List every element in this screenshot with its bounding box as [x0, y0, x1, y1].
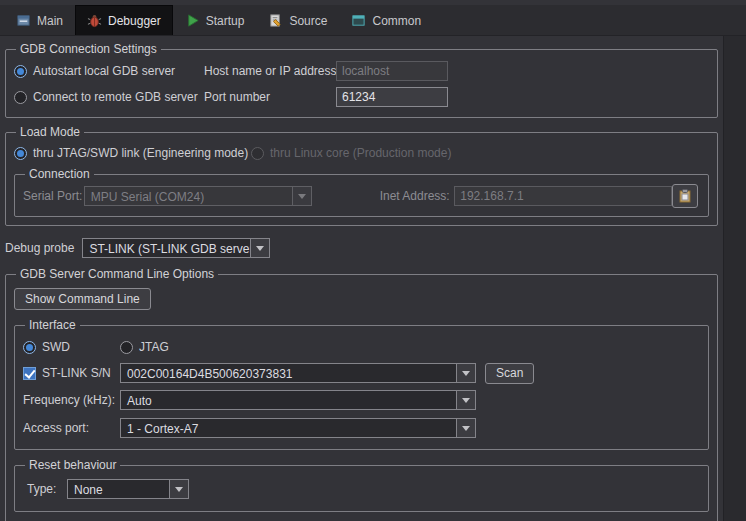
radio-connect-remote-gdb-server[interactable]: Connect to remote GDB server — [14, 90, 204, 104]
main-icon — [16, 13, 31, 28]
radio-label: thru Linux core (Production mode) — [270, 146, 451, 160]
common-icon — [351, 13, 366, 28]
port-number-input[interactable] — [336, 87, 448, 107]
debug-probe-value: ST-LINK (ST-LINK GDB server) — [83, 239, 250, 257]
host-name-label: Host name or IP address — [204, 64, 336, 78]
checkbox-label: ST-LINK S/N — [42, 366, 111, 380]
inet-address-input — [454, 186, 672, 206]
frequency-label: Frequency (kHz): — [23, 393, 120, 407]
radio-icon — [14, 65, 27, 78]
source-icon — [268, 13, 283, 28]
group-gdb-connection-settings: GDB Connection Settings Autostart local … — [5, 42, 718, 118]
debugger-tab-content: GDB Connection Settings Autostart local … — [0, 36, 746, 521]
radio-icon — [14, 91, 27, 104]
radio-autostart-local-gdb-server[interactable]: Autostart local GDB server — [14, 64, 204, 78]
tab-source[interactable]: Source — [256, 5, 339, 35]
chevron-down-icon — [292, 187, 311, 205]
radio-label: JTAG — [139, 340, 169, 354]
group-title: GDB Connection Settings — [16, 42, 161, 56]
group-interface: Interface SWD JTAG ST-LINK S/N 002C00164… — [14, 318, 709, 450]
startup-icon — [185, 13, 200, 28]
chevron-down-icon — [169, 480, 188, 498]
radio-icon — [251, 147, 264, 160]
chevron-down-icon — [456, 391, 475, 409]
right-scroll-gutter[interactable] — [723, 36, 746, 521]
radio-icon — [120, 341, 133, 354]
group-title: Connection — [25, 167, 94, 181]
group-title: GDB Server Command Line Options — [16, 267, 218, 281]
serial-port-combo: MPU Serial (COM24) — [84, 186, 312, 206]
host-name-input — [336, 61, 448, 81]
access-port-value: 1 - Cortex-A7 — [121, 419, 456, 437]
radio-swd[interactable]: SWD — [23, 340, 120, 354]
tab-common-label: Common — [372, 14, 421, 28]
access-port-combo[interactable]: 1 - Cortex-A7 — [120, 418, 476, 438]
serial-port-value: MPU Serial (COM24) — [85, 187, 292, 205]
radio-thru-jtag-swd-link[interactable]: thru JTAG/SWD link (Engineering mode) — [14, 146, 251, 160]
stlink-sn-value: 002C00164D4B500620373831 — [121, 364, 456, 382]
tab-main[interactable]: Main — [4, 5, 75, 35]
radio-thru-linux-core: thru Linux core (Production mode) — [251, 146, 451, 160]
config-tab-bar: Main Debugger Startup Source — [0, 5, 746, 36]
inet-address-label: Inet Address: — [380, 189, 455, 203]
group-title: Interface — [25, 318, 80, 332]
reset-type-combo[interactable]: None — [67, 479, 189, 499]
group-title: Reset behaviour — [25, 458, 120, 472]
tab-main-label: Main — [37, 14, 63, 28]
bug-icon — [87, 13, 102, 28]
radio-label: Autostart local GDB server — [33, 64, 175, 78]
tab-debugger[interactable]: Debugger — [75, 5, 173, 35]
debug-probe-combo[interactable]: ST-LINK (ST-LINK GDB server) — [82, 238, 270, 258]
show-command-line-button[interactable]: Show Command Line — [14, 288, 151, 310]
chevron-down-icon — [456, 364, 475, 382]
radio-icon — [23, 341, 36, 354]
checkbox-icon — [23, 367, 36, 380]
chevron-down-icon — [250, 239, 269, 257]
serial-port-label: Serial Port: — [23, 189, 84, 203]
scan-button[interactable]: Scan — [485, 363, 534, 384]
reset-type-label: Type: — [27, 482, 67, 496]
chevron-down-icon — [456, 419, 475, 437]
debug-probe-row: Debug probe ST-LINK (ST-LINK GDB server) — [5, 233, 718, 263]
group-gdb-server-options: GDB Server Command Line Options Show Com… — [5, 267, 718, 521]
group-title: Load Mode — [16, 125, 84, 139]
frequency-value: Auto — [121, 391, 456, 409]
group-reset-behaviour: Reset behaviour Type: None — [14, 458, 709, 512]
paste-icon — [679, 189, 691, 203]
tab-source-label: Source — [289, 14, 327, 28]
tab-startup[interactable]: Startup — [173, 5, 257, 35]
tab-common[interactable]: Common — [339, 5, 433, 35]
access-port-label: Access port: — [23, 421, 120, 435]
stlink-sn-combo[interactable]: 002C00164D4B500620373831 — [120, 363, 476, 383]
frequency-combo[interactable]: Auto — [120, 390, 476, 410]
radio-label: SWD — [42, 340, 70, 354]
debug-probe-label: Debug probe — [5, 241, 74, 255]
radio-jtag[interactable]: JTAG — [120, 340, 169, 354]
group-connection: Connection Serial Port: MPU Serial (COM2… — [14, 167, 709, 217]
checkbox-stlink-sn[interactable]: ST-LINK S/N — [23, 366, 120, 380]
radio-label: thru JTAG/SWD link (Engineering mode) — [33, 146, 248, 160]
tab-startup-label: Startup — [206, 14, 245, 28]
paste-button[interactable] — [672, 184, 698, 208]
group-load-mode: Load Mode thru JTAG/SWD link (Engineerin… — [5, 125, 718, 226]
port-number-label: Port number — [204, 90, 336, 104]
radio-icon — [14, 147, 27, 160]
radio-label: Connect to remote GDB server — [33, 90, 198, 104]
tab-debugger-label: Debugger — [108, 14, 161, 28]
reset-type-value: None — [68, 480, 169, 498]
